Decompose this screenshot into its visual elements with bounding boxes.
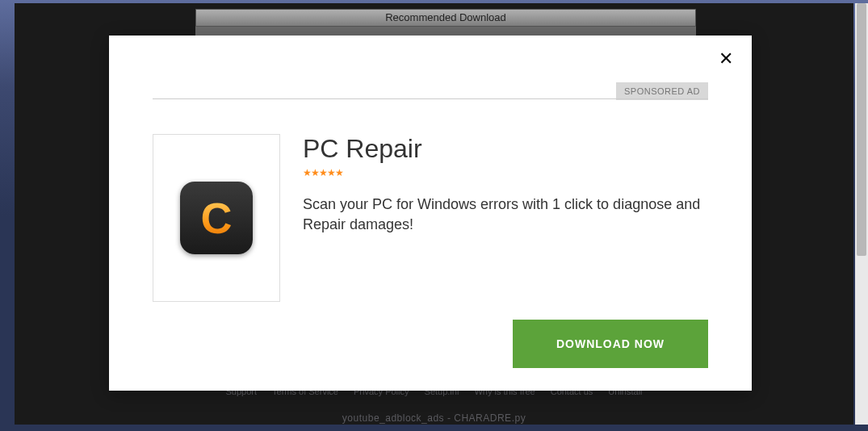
product-title: PC Repair [303, 134, 708, 164]
divider [153, 98, 708, 99]
header-placeholder [138, 69, 395, 94]
product-icon-letter: C [201, 193, 233, 243]
product-description: Scan your PC for Windows errors with 1 c… [303, 195, 708, 235]
download-button[interactable]: DOWNLOAD NOW [513, 320, 708, 368]
rating-stars: ★★★★★ [303, 167, 708, 178]
product-icon: C [180, 182, 253, 254]
product-image-box: C [153, 134, 280, 302]
close-button[interactable]: ✕ [716, 50, 736, 69]
ad-modal: ✕ SPONSORED AD C PC Repair ★★★★★ Scan yo… [109, 36, 752, 391]
modal-overlay: ✕ SPONSORED AD C PC Repair ★★★★★ Scan yo… [0, 0, 868, 431]
close-icon: ✕ [719, 48, 733, 69]
sponsored-badge: SPONSORED AD [616, 82, 708, 100]
